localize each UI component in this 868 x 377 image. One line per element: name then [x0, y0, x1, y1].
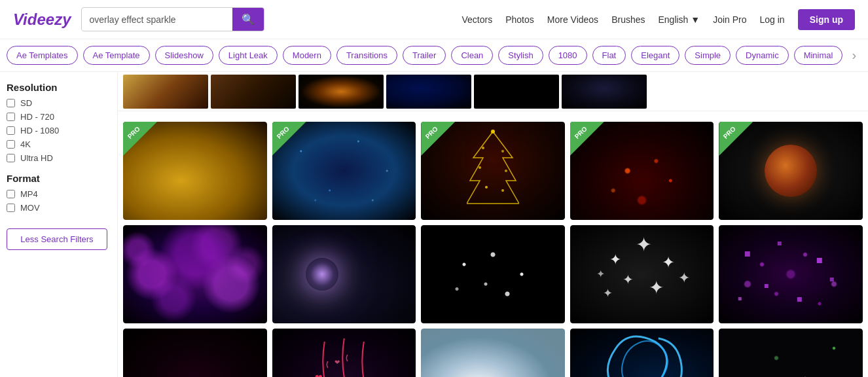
resolution-sd[interactable]: SD — [7, 98, 107, 108]
tag-minimal[interactable]: Minimal — [794, 46, 843, 65]
checkbox-ultrahd[interactable] — [7, 154, 15, 162]
sidebar: Resolution SD HD - 720 HD - 1080 4K Ultr… — [0, 72, 118, 377]
tag-light-leak[interactable]: Light Leak — [219, 46, 278, 65]
grid-item-red-sparkle[interactable]: PRO — [570, 122, 714, 220]
nav-vectors[interactable]: Vectors — [461, 14, 492, 25]
checkbox-4k[interactable] — [7, 140, 15, 149]
tag-modern[interactable]: Modern — [283, 46, 331, 65]
login-link[interactable]: Log in — [760, 14, 785, 25]
tag-stylish[interactable]: Stylish — [498, 46, 543, 65]
grid-item-purple-bokeh[interactable] — [123, 225, 267, 323]
hd720-label: HD - 720 — [20, 112, 54, 122]
grid-item-lens-flare[interactable] — [272, 225, 416, 323]
grid-item-blue-swirl[interactable] — [570, 329, 714, 377]
svg-point-1 — [491, 130, 495, 134]
grid-section: PRO PRO — [118, 117, 868, 377]
light-beam-overlay — [421, 329, 565, 377]
green-sparkle-overlay — [719, 329, 863, 377]
checkbox-hd720[interactable] — [7, 113, 15, 121]
grid-item-hearts[interactable]: ❤ ❤ ❤ — [272, 329, 416, 377]
chevron-down-icon: ▼ — [691, 14, 700, 25]
grid-item-xmas[interactable]: PRO — [421, 122, 565, 220]
tag-1080[interactable]: 1080 — [549, 46, 587, 65]
grid-item-light-beam[interactable] — [421, 329, 565, 377]
svg-rect-20 — [830, 278, 834, 281]
svg-text:✦: ✦ — [678, 270, 690, 286]
signup-button[interactable]: Sign up — [798, 9, 855, 30]
svg-point-7 — [501, 189, 504, 192]
strip-thumb-3[interactable] — [298, 75, 384, 109]
grid-item-purple-squares[interactable] — [719, 225, 863, 323]
svg-text:❤: ❤ — [334, 359, 339, 366]
checkbox-mov[interactable] — [7, 204, 15, 212]
resolution-ultrahd[interactable]: Ultra HD — [7, 153, 107, 163]
moon-circle — [765, 145, 817, 197]
svg-point-2 — [482, 147, 484, 149]
tag-simple[interactable]: Simple — [685, 46, 731, 65]
hd1080-label: HD - 1080 — [20, 126, 59, 135]
grid-item-gold[interactable]: PRO — [123, 122, 267, 220]
grid-item-dark-swirl[interactable] — [123, 329, 267, 377]
tag-ae-templates[interactable]: Ae Templates — [7, 46, 78, 65]
tag-trailer[interactable]: Trailer — [403, 46, 446, 65]
checkbox-sd[interactable] — [7, 99, 15, 107]
svg-text:✦: ✦ — [636, 234, 652, 255]
lens-flare-overlay — [306, 258, 338, 291]
purple-squares-svg — [719, 225, 863, 323]
format-mp4[interactable]: MP4 — [7, 189, 107, 199]
tag-dynamic[interactable]: Dynamic — [736, 46, 789, 65]
svg-rect-19 — [765, 284, 769, 288]
svg-text:✦: ✦ — [662, 253, 675, 271]
main-layout: Resolution SD HD - 720 HD - 1080 4K Ultr… — [0, 72, 868, 377]
scroll-strip — [118, 72, 868, 111]
tag-flat[interactable]: Flat — [592, 46, 626, 65]
tag-transitions[interactable]: Transitions — [336, 46, 397, 65]
xmas-tree-icon — [467, 128, 519, 207]
checkbox-hd1080[interactable] — [7, 126, 15, 135]
white-stars-svg: ✦ ✦ ✦ ✦ ✦ ✦ ✦ ✦ — [570, 225, 714, 323]
language-label: English — [658, 14, 688, 25]
grid-item-stars-black[interactable] — [421, 225, 565, 323]
svg-text:❤: ❤ — [314, 372, 322, 377]
svg-rect-22 — [738, 297, 742, 300]
ultrahd-label: Ultra HD — [20, 153, 53, 163]
grid-item-moon[interactable]: PRO — [719, 122, 863, 220]
tag-ae-template[interactable]: Ae Template — [83, 46, 150, 65]
strip-thumb-6[interactable] — [562, 75, 647, 109]
content-area: PRO PRO — [118, 72, 868, 377]
grid-item-white-stars[interactable]: ✦ ✦ ✦ ✦ ✦ ✦ ✦ ✦ — [570, 225, 714, 323]
tags-scroll-right[interactable]: › — [848, 48, 860, 63]
strip-thumb-5[interactable] — [474, 75, 559, 109]
tag-elegant[interactable]: Elegant — [631, 46, 679, 65]
svg-text:✦: ✦ — [603, 287, 613, 300]
svg-point-3 — [501, 150, 504, 153]
resolution-hd1080[interactable]: HD - 1080 — [7, 126, 107, 135]
grid-row-3: ❤ ❤ ❤ — [123, 329, 863, 377]
tag-slideshow[interactable]: Slideshow — [155, 46, 213, 65]
strip-thumb-1[interactable] — [123, 75, 208, 109]
less-filters-button[interactable]: Less Search Filters — [7, 228, 107, 250]
sd-label: SD — [20, 98, 32, 108]
4k-label: 4K — [20, 139, 31, 149]
join-pro-link[interactable]: Join Pro — [713, 14, 746, 25]
purple-bokeh-overlay — [123, 225, 267, 323]
grid-item-blue-sparkle[interactable]: PRO — [272, 122, 416, 220]
language-selector[interactable]: English ▼ — [658, 14, 700, 25]
svg-marker-0 — [467, 132, 519, 204]
search-input[interactable] — [82, 9, 232, 30]
grid-item-green-sparkle[interactable] — [719, 329, 863, 377]
search-button[interactable]: 🔍 — [232, 8, 264, 31]
strip-thumb-2[interactable] — [211, 75, 296, 109]
nav-more-videos[interactable]: More Videos — [547, 14, 598, 25]
blue-swirl-svg — [570, 329, 714, 377]
format-mov[interactable]: MOV — [7, 203, 107, 213]
strip-thumb-4[interactable] — [386, 75, 471, 109]
resolution-4k[interactable]: 4K — [7, 139, 107, 149]
checkbox-mp4[interactable] — [7, 190, 15, 198]
svg-point-6 — [485, 186, 488, 188]
nav-brushes[interactable]: Brushes — [611, 14, 645, 25]
tag-clean[interactable]: Clean — [451, 46, 493, 65]
nav-photos[interactable]: Photos — [505, 14, 534, 25]
resolution-hd720[interactable]: HD - 720 — [7, 112, 107, 122]
mp4-label: MP4 — [20, 189, 38, 199]
